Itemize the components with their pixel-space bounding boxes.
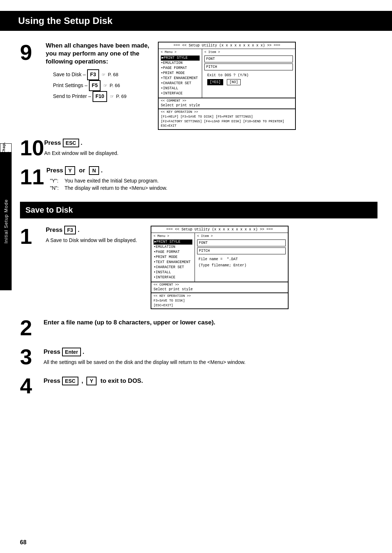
save-step-2-number: 2 [20, 317, 44, 339]
menu-item-install-s1: •INSTALL [154, 270, 192, 275]
screen-menu-9: < Menu > ►PRINT STYLE •EMULATION •PAGE F… [159, 49, 202, 98]
menu-item-char-set-s1: •CHARACTER SET [154, 265, 192, 270]
menu-item-install-9: •INSTALL [161, 86, 200, 91]
screen-dialog-9: Exit to DOS ? (Y/N) [YES] [NO] [204, 71, 293, 87]
step-11: 11 Press Y or N . "Y": You have exited t… [20, 166, 377, 191]
key-y-11: Y [65, 166, 75, 175]
step-10: 10 Press ESC . An Exit window will be di… [20, 137, 377, 159]
step-9-content: When all changes have been made, you may… [46, 42, 151, 102]
save-step-3-title: Press Enter . [44, 348, 377, 356]
item-title-s1: < Item > [197, 234, 286, 239]
screen-title-bar-9: === << Setup Utility (x x x x x x x x x … [159, 42, 295, 49]
menu-item-text-enh-s1: •TEXT ENHANCEMENT [154, 260, 192, 265]
screen-comment-s1: << COMMENT >> Select print style [151, 282, 288, 293]
screen-keyop-s1: << KEY OPERATION >> F3=SAVE TO DISK] [ES… [151, 292, 288, 308]
menu-item-emulation-s1: •EMULATION [154, 245, 192, 250]
menu-item-print-mode-9: •PRINT MODE [161, 71, 200, 76]
save-step-1-number: 1 [20, 226, 44, 247]
menu-title-9: < Menu > [161, 50, 200, 55]
save-step-3-content: Press Enter . All the settings will be s… [44, 346, 377, 366]
save-step-1-content: Press F3 . A Save to Disk window will be… [46, 226, 137, 244]
save-step-4-number: 4 [20, 375, 44, 397]
step-9-number: 9 [20, 42, 44, 64]
menu-item-print-style-9: ►PRINT STYLE [161, 56, 200, 61]
screen-item-panel-9: < Item > FONT PITCH Exit to DOS ? (Y/N) … [202, 49, 295, 98]
screen-step9: === << Setup Utility (x x x x x x x x x … [158, 42, 296, 130]
page: Chap. 4 Initial Setup Mode Using the Set… [0, 0, 392, 553]
key-esc-10: ESC [63, 139, 79, 147]
menu-item-char-set-9: •CHARACTER SET [161, 81, 200, 86]
key-n-11: N [89, 166, 99, 175]
save-to-disk-header: Save to Disk [20, 202, 377, 218]
dialog-buttons-9: [YES] [NO] [207, 79, 290, 85]
menu-item-interface-s1: •INTERFACE [154, 275, 192, 280]
menu-item-interface-9: •INTERFACE [161, 91, 200, 96]
step-10-number: 10 [20, 137, 44, 159]
step-11-item-n: "N": The display will return to the <Men… [50, 185, 167, 191]
save-step-2-content: Enter a file name (up to 8 characters, u… [44, 317, 377, 329]
key-y-save4: Y [86, 377, 97, 385]
save-step-3-number: 3 [20, 346, 44, 368]
step-9: 9 When all changes have been made, you m… [20, 42, 377, 130]
step-9-op-2: Print Settings – F5 ☞ P. 66 [53, 80, 151, 91]
main-content: 9 When all changes have been made, you m… [0, 42, 392, 397]
screen-comment-9: << COMMENT >> Select print style [159, 98, 295, 109]
step-11-number: 11 [20, 166, 44, 188]
step-11-items: "Y": You have exited the Initial Setup p… [46, 178, 167, 191]
side-tab-label: Initial Setup Mode [3, 199, 9, 243]
key-f3-save1: F3 [64, 226, 76, 234]
save-step-4-title: Press ESC , Y to exit to DOS. [44, 377, 377, 385]
save-step-1-screen: === << Setup Utility (x x x x x x x x x … [151, 226, 377, 309]
key-f3-step9: F3 [87, 69, 99, 80]
item-box-font-9: FONT [204, 56, 293, 62]
step-9-op-3: Send to Printer – F10 ☞ P. 69 [53, 91, 151, 102]
step-11-item-y: "Y": You have exited the Initial Setup p… [50, 178, 167, 184]
step-10-content: Press ESC . An Exit window will be displ… [44, 137, 377, 157]
item-box-pitch-s1: PITCH [197, 247, 286, 254]
key-esc-save4: ESC [62, 377, 78, 385]
step-9-title: When all changes have been made, you may… [46, 42, 151, 66]
screen-menu-s1: < Menu > ►PRINT STYLE •EMULATION •PAGE F… [151, 233, 195, 282]
item-box-font-s1: FONT [197, 239, 286, 246]
save-step-1-title: Press F3 . [46, 226, 137, 234]
menu-item-emulation-9: •EMULATION [161, 61, 200, 66]
side-tab: Initial Setup Mode [0, 152, 12, 290]
screen-title-bar-s1: === << Setup Utility (x x x x x x x x x … [151, 226, 288, 233]
save-step-1: 1 Press F3 . A Save to Disk window will … [20, 226, 377, 309]
save-step-4-content: Press ESC , Y to exit to DOS. [44, 375, 377, 388]
step-11-content: Press Y or N . "Y": You have exited the … [46, 166, 167, 191]
step-9-left: 9 When all changes have been made, you m… [20, 42, 151, 130]
item-title-9: < Item > [204, 50, 293, 55]
item-box-pitch-9: PITCH [204, 64, 293, 70]
page-number: 68 [20, 539, 26, 546]
btn-no-9: [NO] [227, 79, 241, 85]
save-step-3-body: All the settings will be saved on the di… [44, 359, 377, 366]
step-9-op-1: Save to Disk – F3 ☞ P. 68 [53, 69, 151, 80]
menu-item-text-enh-9: •TEXT ENHANCEMENT [161, 76, 200, 81]
file-name-dialog: File name = *.DAT (Type filename; Enter) [197, 255, 286, 269]
page-title: Using the Setup Disk [0, 11, 392, 31]
btn-yes-9: [YES] [207, 79, 223, 85]
step-9-screen: === << Setup Utility (x x x x x x x x x … [158, 42, 377, 130]
step-11-title: Press Y or N . [46, 166, 167, 175]
menu-item-page-format-9: •PAGE FORMAT [161, 66, 200, 71]
menu-title-s1: < Menu > [154, 234, 192, 239]
screen-keyop-9: << KEY OPERATION >> [F1=HELP] [F3=SAVE T… [159, 108, 295, 129]
step-10-title: Press ESC . [44, 139, 377, 147]
screen-item-panel-s1: < Item > FONT PITCH File name = *.DAT (T… [195, 233, 288, 282]
save-step-1-left: 1 Press F3 . A Save to Disk window will … [20, 226, 143, 309]
save-step-3: 3 Press Enter . All the settings will be… [20, 346, 377, 368]
save-step-1-body: A Save to Disk window will be displayed. [46, 237, 137, 244]
menu-item-print-mode-s1: •PRINT MODE [154, 255, 192, 260]
key-f5-step9: F5 [89, 80, 101, 91]
key-f10-step9: F10 [93, 91, 107, 102]
screen-save1: === << Setup Utility (x x x x x x x x x … [151, 226, 289, 309]
save-step-2-title: Enter a file name (up to 8 characters, u… [44, 319, 377, 327]
menu-item-print-style-s1: ►PRINT STYLE [154, 239, 192, 245]
screen-body-9: < Menu > ►PRINT STYLE •EMULATION •PAGE F… [159, 49, 295, 98]
screen-body-s1: < Menu > ►PRINT STYLE •EMULATION •PAGE F… [151, 233, 288, 282]
chap-label: Chap. 4 [0, 143, 12, 152]
key-enter-save3: Enter [62, 348, 81, 356]
save-step-4: 4 Press ESC , Y to exit to DOS. [20, 375, 377, 397]
save-step-2: 2 Enter a file name (up to 8 characters,… [20, 317, 377, 339]
